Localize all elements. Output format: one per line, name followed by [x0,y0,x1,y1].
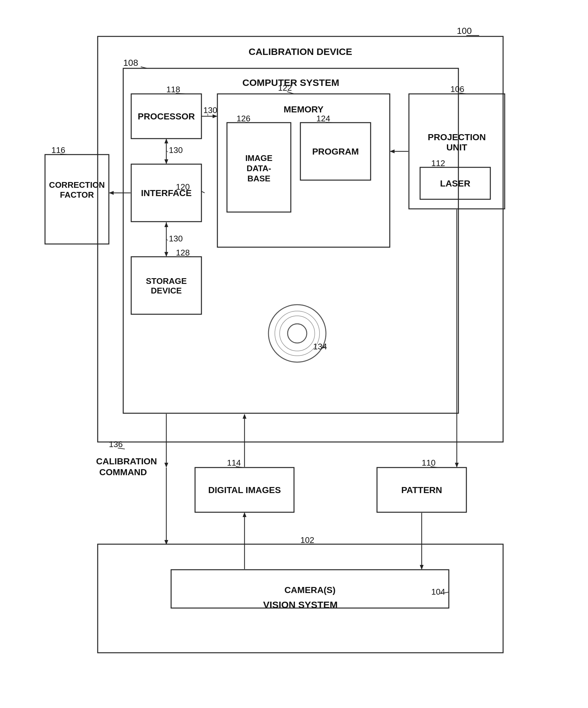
svg-text:112: 112 [431,158,445,168]
svg-text:PROGRAM: PROGRAM [312,147,359,156]
svg-marker-72 [164,139,168,143]
svg-text:VISION SYSTEM: VISION SYSTEM [263,599,337,610]
svg-rect-42 [420,167,490,199]
svg-text:DATA-: DATA- [246,164,271,173]
svg-text:CALIBRATION DEVICE: CALIBRATION DEVICE [249,46,352,57]
svg-line-50 [60,154,67,154]
svg-text:CAMERA(S): CAMERA(S) [284,585,336,595]
svg-rect-0 [98,36,503,442]
svg-line-27 [326,122,332,123]
svg-text:114: 114 [227,458,241,468]
svg-line-17 [287,92,294,94]
svg-rect-55 [377,468,466,512]
svg-line-64 [309,544,316,544]
svg-text:LASER: LASER [440,178,470,188]
svg-text:130: 130 [203,106,217,115]
svg-marker-81 [164,222,168,227]
svg-rect-59 [171,570,449,608]
svg-rect-10 [131,94,202,139]
svg-marker-88 [390,149,395,153]
svg-rect-32 [131,257,202,314]
svg-line-36 [185,257,192,257]
svg-text:COMPUTER SYSTEM: COMPUTER SYSTEM [242,77,339,88]
svg-text:INTERFACE: INTERFACE [141,188,192,198]
svg-text:136: 136 [109,439,123,449]
svg-text:110: 110 [422,458,435,468]
svg-text:130: 130 [169,234,183,243]
svg-marker-100 [420,565,424,570]
svg-line-84 [166,239,168,240]
svg-text:UNIT: UNIT [446,142,467,152]
svg-rect-14 [217,94,390,247]
diagram-container: CALIBRATION DEVICE COMPUTER SYSTEM VISIO… [39,27,549,681]
svg-point-66 [288,324,307,343]
svg-text:102: 102 [300,535,314,545]
svg-text:122: 122 [278,83,292,93]
svg-marker-82 [164,252,168,257]
svg-marker-90 [164,463,168,468]
svg-text:IMAGE: IMAGE [245,153,272,163]
svg-line-45 [440,167,444,167]
svg-rect-28 [131,164,202,222]
svg-text:CALIBRATION: CALIBRATION [96,456,157,466]
svg-text:PROCESSOR: PROCESSOR [138,112,195,121]
svg-text:STORAGE: STORAGE [146,276,187,286]
svg-text:DEVICE: DEVICE [151,286,182,295]
svg-text:128: 128 [176,248,190,257]
svg-rect-18 [227,123,291,212]
svg-point-65 [269,305,326,362]
svg-text:COMMAND: COMMAND [99,467,147,477]
arrows-svg: CALIBRATION DEVICE COMPUTER SYSTEM VISIO… [39,27,549,681]
svg-rect-46 [45,154,109,244]
svg-marker-94 [243,414,246,419]
svg-marker-73 [164,159,168,164]
svg-rect-51 [195,468,294,512]
svg-rect-2 [98,544,503,653]
svg-line-54 [236,467,243,468]
svg-text:100: 100 [457,26,472,36]
svg-rect-37 [409,94,505,209]
svg-line-31 [202,191,205,193]
svg-marker-86 [109,191,114,195]
svg-text:106: 106 [451,84,464,94]
svg-marker-92 [164,540,168,545]
svg-text:CORRECTION: CORRECTION [49,180,105,190]
svg-text:126: 126 [237,114,250,123]
svg-text:130: 130 [169,145,183,155]
svg-text:108: 108 [123,58,138,68]
svg-rect-1 [123,68,458,413]
svg-point-68 [275,311,319,356]
svg-text:FACTOR: FACTOR [60,190,94,200]
svg-text:118: 118 [166,85,180,94]
svg-line-41 [459,93,466,94]
svg-marker-98 [455,463,459,468]
svg-text:104: 104 [431,587,445,596]
svg-rect-24 [300,123,371,180]
svg-marker-96 [243,512,246,517]
svg-line-75 [166,151,168,152]
svg-text:134: 134 [313,342,327,351]
svg-point-67 [280,316,315,351]
page: CALIBRATION DEVICE COMPUTER SYSTEM VISIO… [0,0,588,708]
svg-text:DIGITAL IMAGES: DIGITAL IMAGES [208,485,281,495]
svg-text:MEMORY: MEMORY [284,105,324,114]
svg-text:BASE: BASE [247,174,270,183]
svg-line-9 [141,67,147,68]
svg-line-62 [440,592,449,594]
svg-marker-77 [213,114,217,118]
svg-line-23 [246,122,249,123]
svg-text:124: 124 [316,114,330,123]
svg-line-13 [176,93,185,94]
svg-line-70 [322,346,326,348]
svg-text:116: 116 [52,145,65,155]
svg-text:PATTERN: PATTERN [401,485,442,495]
svg-line-104 [118,448,125,449]
svg-text:PROJECTION: PROJECTION [428,132,486,142]
svg-text:120: 120 [176,182,190,191]
svg-line-58 [431,467,438,468]
